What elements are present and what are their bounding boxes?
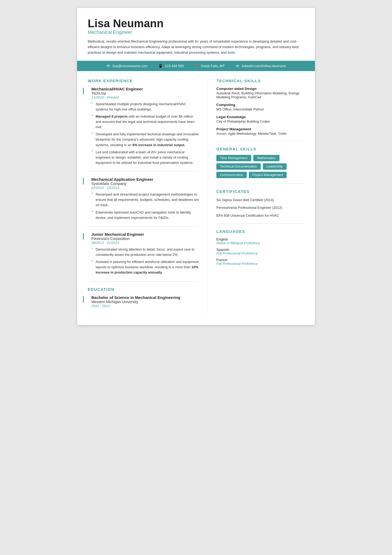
header-section: Lisa Neumann Mechanical Engineer Methodi… — [77, 8, 315, 61]
dates-2: 02/2015 - 10/2019 — [91, 186, 199, 190]
general-skills-container: Time Management Mathematics Technical Do… — [216, 155, 304, 178]
contact-email: ✉ lisa@novoresume.com — [106, 64, 147, 68]
bullet-1-2: Managed 8 projects with an individual bu… — [91, 114, 199, 130]
contact-location: 📍 Great Falls, MT — [194, 64, 225, 68]
skill-cat-2: Computing — [216, 103, 304, 107]
contact-bar: ✉ lisa@novoresume.com 📱 123 444 555 📍 Gr… — [77, 61, 315, 71]
bullet-3-2: Assisted in planning for efficient workf… — [91, 259, 199, 275]
candidate-summary: Methodical, results-oriented Mechanical … — [88, 39, 304, 55]
education-title: EDUCATION — [88, 287, 199, 292]
company-1: TechUsa — [91, 91, 199, 95]
bullets-1: Spearheaded multiple projects designing … — [91, 101, 199, 166]
main-content: WORK EXPERIENCE Mechanical/HVAC Engineer… — [77, 71, 315, 315]
degree-1: Bachelor of Science in Mechanical Engine… — [91, 295, 199, 300]
cert-2: EPA 608 Universal Certification for HVAC — [216, 213, 304, 218]
skill-badge-3: Leadership — [263, 163, 287, 170]
linkedin-icon: in — [235, 64, 240, 68]
phone-icon: 📱 — [158, 64, 163, 68]
skill-cat-3: Legal Knowledge — [216, 115, 304, 119]
cert-1: Pennsylvania Professional Engineer (2012… — [216, 205, 304, 210]
skill-cat-4: Project Management — [216, 127, 304, 131]
resume-document: Lisa Neumann Mechanical Engineer Methodi… — [77, 8, 315, 325]
right-column: TECHNICAL SKILLS Computer-aided Design A… — [208, 71, 315, 315]
technical-skills-title: TECHNICAL SKILLS — [216, 78, 304, 83]
job-block-3: Junior Mechanical Engineer Flextronics C… — [88, 232, 199, 275]
job-block-2: Mechanical Application Engineer SystoMat… — [88, 177, 199, 220]
skill-items-4: Scrum, Agile Methodology, MeisterTask, T… — [216, 132, 304, 136]
edu-block-1: Bachelor of Science in Mechanical Engine… — [88, 295, 199, 308]
bullet-1-1: Spearheaded multiple projects designing … — [91, 101, 199, 112]
company-3: Flextronics Corporation — [91, 237, 199, 241]
job-title-3: Junior Mechanical Engineer — [91, 232, 199, 237]
tech-skill-4: Project Management Scrum, Agile Methodol… — [216, 127, 304, 136]
skill-badge-4: Communication — [216, 172, 247, 178]
bullet-2-2: Extensively optimized AutoCAD and naviga… — [91, 210, 199, 220]
divider-right-2 — [216, 183, 304, 184]
skill-items-3: City of Philadelphia Building Codes — [216, 119, 304, 123]
divider-right-3 — [216, 223, 304, 224]
tech-skill-2: Computing MS Office, Intermediate Python — [216, 103, 304, 111]
work-experience-title: WORK EXPERIENCE — [88, 78, 199, 83]
dates-1: 11/2019 - Present — [91, 95, 199, 99]
tech-skill-3: Legal Knowledge City of Philadelphia Bui… — [216, 115, 304, 123]
bullets-2: Revamped and streamlined project managem… — [91, 192, 199, 220]
candidate-title: Mechanical Engineer — [88, 30, 304, 35]
company-2: SystoMatic Company — [91, 182, 199, 186]
skill-items-2: MS Office, Intermediate Python — [216, 107, 304, 111]
certificates-title: CERTIFICATES — [216, 189, 304, 194]
tech-skill-1: Computer-aided Design Autodesk Revit, Bu… — [216, 87, 304, 99]
bullets-3: Demonstrated strong attention to detail,… — [91, 247, 199, 275]
contact-phone: 📱 123 444 555 — [158, 64, 184, 68]
location-icon: 📍 — [194, 64, 199, 68]
bullet-1-4: Led and collaborated with a team of 20+ … — [91, 150, 199, 165]
languages-title: LANGUAGES — [216, 229, 304, 234]
skill-badge-2: Technical Documentation — [216, 163, 261, 170]
job-title-2: Mechanical Application Engineer — [91, 177, 199, 182]
divider-right-1 — [216, 141, 304, 141]
skill-badge-5: Project Management — [249, 172, 287, 178]
bullet-3-1: Demonstrated strong attention to detail,… — [91, 247, 199, 257]
skill-badge-0: Time Management — [216, 155, 251, 161]
bullet-1-3: Developed and fully implemented technica… — [91, 132, 199, 147]
candidate-name: Lisa Neumann — [88, 17, 304, 30]
contact-linkedin: in linkedin.com/in/lisa.neumann — [235, 64, 286, 68]
email-icon: ✉ — [106, 64, 111, 68]
divider-1 — [88, 171, 199, 172]
cert-0: Six Sigma Green Belt Certified (2014) — [216, 197, 304, 203]
bullet-2-1: Revamped and streamlined project managem… — [91, 192, 199, 208]
left-column: WORK EXPERIENCE Mechanical/HVAC Engineer… — [77, 71, 208, 315]
skill-cat-1: Computer-aided Design — [216, 87, 304, 91]
divider-2 — [88, 226, 199, 227]
skill-badge-1: Mathematics — [253, 155, 279, 161]
lang-2: French Full Professional Proficiency — [216, 258, 304, 266]
skill-items-1: Autodesk Revit, Building Information Mod… — [216, 91, 304, 99]
general-skills-title: GENERAL SKILLS — [216, 147, 304, 151]
job-block-1: Mechanical/HVAC Engineer TechUsa 11/2019… — [88, 87, 199, 166]
lang-0: English Native or Bilingual Proficiency — [216, 237, 304, 245]
divider-3 — [88, 281, 199, 282]
edu-dates-1: 2010 - 2013 — [91, 304, 199, 308]
job-title-1: Mechanical/HVAC Engineer — [91, 87, 199, 91]
school-1: Western Michigan University — [91, 300, 199, 304]
lang-1: Spanish Full Professional Proficiency — [216, 248, 304, 255]
dates-3: 09/2013 - 01/2015 — [91, 241, 199, 245]
